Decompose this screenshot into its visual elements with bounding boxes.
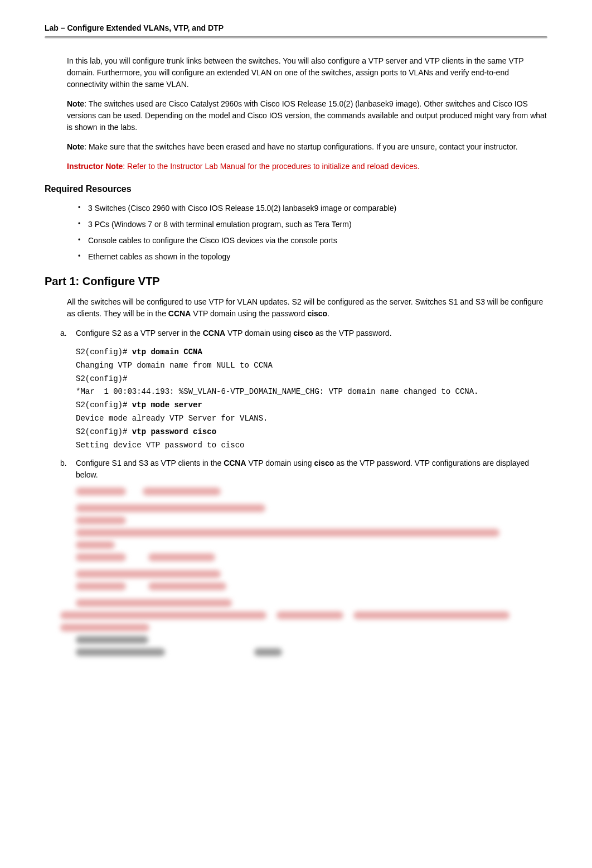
- code-line: *Mar 1 00:03:44.193: %SW_VLAN-6-VTP_DOMA…: [76, 387, 479, 396]
- note-1-label: Note: [67, 99, 84, 108]
- code-cmd: vtp mode server: [132, 401, 202, 409]
- text-span: as the VTP password.: [313, 329, 392, 337]
- required-resources-heading: Required Resources: [45, 182, 547, 196]
- text-span: VTP domain using: [246, 459, 314, 467]
- blurred-output: [76, 636, 547, 656]
- code-line: Device mode already VTP Server for VLANS…: [76, 414, 268, 423]
- part-1-heading: Part 1: Configure VTP: [45, 273, 547, 290]
- step-b-text: Configure S1 and S3 as VTP clients in th…: [76, 457, 547, 481]
- code-line: S2(config)#: [76, 374, 127, 383]
- page-header-title: Lab – Configure Extended VLANs, VTP, and…: [45, 22, 547, 34]
- bold-span: CCNA: [224, 459, 246, 467]
- code-line: Changing VTP domain name from NULL to CC…: [76, 361, 273, 370]
- list-item: 3 PCs (Windows 7 or 8 with terminal emul…: [78, 219, 547, 230]
- code-cmd: vtp domain CCNA: [132, 348, 202, 356]
- note-2-label: Note: [67, 142, 84, 151]
- text-span: VTP domain using the password: [191, 309, 307, 318]
- part-1-intro-text: All the switches will be configured to u…: [67, 296, 547, 320]
- step-a-text: Configure S2 as a VTP server in the CCNA…: [76, 327, 547, 339]
- bold-span: cisco: [307, 309, 327, 318]
- bold-span: CCNA: [203, 329, 225, 337]
- instructor-note-label: Instructor Note: [67, 162, 123, 171]
- code-line: S2(config)#: [76, 348, 132, 356]
- list-item: Ethernet cables as shown in the topology: [78, 251, 547, 263]
- instructor-note-text: : Refer to the Instructor Lab Manual for…: [123, 162, 419, 171]
- step-letter-a: a.: [60, 327, 76, 339]
- intro-block: In this lab, you will configure trunk li…: [67, 55, 547, 172]
- header-divider: [45, 36, 547, 38]
- list-item: Console cables to configure the Cisco IO…: [78, 235, 547, 247]
- blurred-step-c: [60, 611, 547, 619]
- code-block-step-a: S2(config)# vtp domain CCNA Changing VTP…: [76, 346, 547, 452]
- intro-paragraph: In this lab, you will configure trunk li…: [67, 55, 547, 90]
- note-2: Note: Make sure that the switches have b…: [67, 141, 547, 153]
- note-1: Note: The switches used are Cisco Cataly…: [67, 98, 547, 133]
- blurred-line: [76, 624, 547, 631]
- code-line: S2(config)#: [76, 427, 132, 436]
- step-letter-b: b.: [60, 457, 76, 481]
- text-span: .: [327, 309, 329, 318]
- note-2-text: : Make sure that the switches have been …: [84, 142, 517, 151]
- text-span: Configure S1 and S3 as VTP clients in th…: [76, 459, 224, 467]
- required-resources-list: 3 Switches (Cisco 2960 with Cisco IOS Re…: [78, 202, 547, 263]
- code-line: S2(config)#: [76, 401, 132, 409]
- code-cmd: vtp password cisco: [132, 427, 216, 436]
- instructor-note: Instructor Note: Refer to the Instructor…: [67, 161, 547, 172]
- list-item: 3 Switches (Cisco 2960 with Cisco IOS Re…: [78, 202, 547, 214]
- note-1-text: : The switches used are Cisco Catalyst 2…: [67, 99, 547, 132]
- bold-span: cisco: [314, 459, 334, 467]
- step-a: a. Configure S2 as a VTP server in the C…: [60, 327, 547, 339]
- step-b: b. Configure S1 and S3 as VTP clients in…: [60, 457, 547, 481]
- text-span: Configure S2 as a VTP server in the: [76, 329, 203, 337]
- code-line: Setting device VTP password to cisco: [76, 441, 244, 450]
- bold-span: CCNA: [168, 309, 191, 318]
- bold-span: cisco: [293, 329, 313, 337]
- blurred-code-block: [76, 488, 547, 607]
- part-1-intro: All the switches will be configured to u…: [67, 296, 547, 320]
- text-span: VTP domain using: [225, 329, 293, 337]
